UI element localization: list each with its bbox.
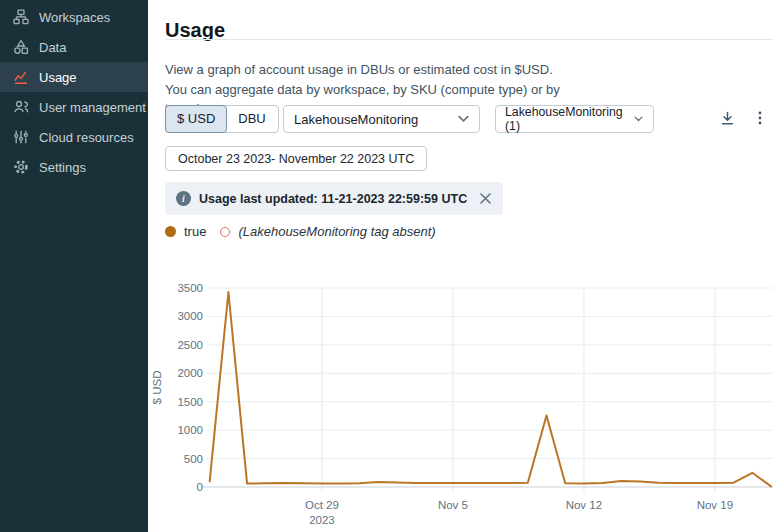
svg-text:500: 500 <box>184 453 203 465</box>
sidebar-item-label: Settings <box>39 160 86 175</box>
svg-text:1000: 1000 <box>177 424 203 436</box>
usage-updated-banner: i Usage last updated: 11-21-2023 22:59:5… <box>165 182 503 215</box>
settings-gear-icon <box>13 159 29 175</box>
close-icon[interactable] <box>479 192 492 205</box>
chart-legend: true (LakehouseMonitoring tag absent) <box>165 224 436 239</box>
sidebar-item-label: Workspaces <box>39 10 110 25</box>
usd-toggle-button[interactable]: $ USD <box>165 105 227 133</box>
sidebar-item-workspaces[interactable]: Workspaces <box>0 2 148 32</box>
aggregation-dropdown-value: LakehouseMonitoring <box>294 112 418 127</box>
aggregation-dropdown[interactable]: LakehouseMonitoring <box>283 105 480 133</box>
sidebar-item-label: Data <box>39 40 66 55</box>
legend-label-absent: (LakehouseMonitoring tag absent) <box>238 224 435 239</box>
svg-text:3500: 3500 <box>177 282 203 294</box>
sidebar-item-data[interactable]: Data <box>0 32 148 62</box>
svg-text:Oct 29: Oct 29 <box>305 499 339 511</box>
svg-text:3000: 3000 <box>177 310 203 322</box>
series-line-true <box>210 292 771 486</box>
chevron-down-icon <box>458 115 469 123</box>
usage-page: { "sidebar": { "items": [ {"label": "Wor… <box>0 0 773 532</box>
sidebar-item-label: Cloud resources <box>39 130 134 145</box>
unit-toggle-group: $ USD DBU <box>165 105 279 133</box>
workspaces-icon <box>13 9 29 25</box>
legend-label-true: true <box>184 224 206 239</box>
usage-chart-icon <box>13 69 29 85</box>
svg-text:2500: 2500 <box>177 339 203 351</box>
svg-text:0: 0 <box>197 481 203 493</box>
sidebar-item-label: User management <box>39 100 146 115</box>
svg-text:1500: 1500 <box>177 396 203 408</box>
sidebar: Workspaces Data Usage User management <box>0 0 148 532</box>
y-axis-label: $ USD <box>151 371 163 405</box>
y-gridlines: 0500100015002000250030003500 <box>177 282 773 493</box>
legend-marker-true <box>165 226 176 237</box>
main-content: Usage View a graph of account usage in D… <box>148 0 773 532</box>
data-icon <box>13 39 29 55</box>
svg-text:2000: 2000 <box>177 367 203 379</box>
kebab-menu-button[interactable] <box>751 109 769 127</box>
download-button[interactable] <box>718 109 736 127</box>
kebab-menu-icon <box>752 110 768 126</box>
sidebar-item-label: Usage <box>39 70 77 85</box>
x-gridlines: Oct 292023Nov 5Nov 12Nov 19 <box>305 288 733 526</box>
download-icon <box>719 110 736 127</box>
title-divider <box>165 39 773 40</box>
banner-text: Usage last updated: 11-21-2023 22:59:59 … <box>199 192 467 206</box>
users-icon <box>13 99 29 115</box>
usage-chart-svg: Oct 292023Nov 5Nov 12Nov 190500100015002… <box>148 268 773 532</box>
cloud-resources-icon <box>13 129 29 145</box>
svg-text:2023: 2023 <box>309 514 335 526</box>
legend-marker-absent <box>220 227 230 237</box>
svg-text:Nov 5: Nov 5 <box>438 499 468 511</box>
date-range-button[interactable]: October 23 2023- November 22 2023 UTC <box>165 146 427 171</box>
svg-text:Nov 19: Nov 19 <box>697 499 733 511</box>
sidebar-item-user-management[interactable]: User management <box>0 92 148 122</box>
sidebar-item-settings[interactable]: Settings <box>0 152 148 182</box>
info-icon: i <box>176 191 191 206</box>
dbu-toggle-button[interactable]: DBU <box>226 106 277 132</box>
sidebar-item-usage[interactable]: Usage <box>0 62 148 92</box>
tag-filter-dropdown-value: LakehouseMonitoring (1) <box>505 105 633 133</box>
chevron-down-icon <box>634 116 643 122</box>
usage-chart: Oct 292023Nov 5Nov 12Nov 190500100015002… <box>148 268 773 532</box>
sidebar-item-cloud-resources[interactable]: Cloud resources <box>0 122 148 152</box>
svg-text:Nov 12: Nov 12 <box>566 499 602 511</box>
tag-filter-dropdown[interactable]: LakehouseMonitoring (1) <box>495 105 654 133</box>
